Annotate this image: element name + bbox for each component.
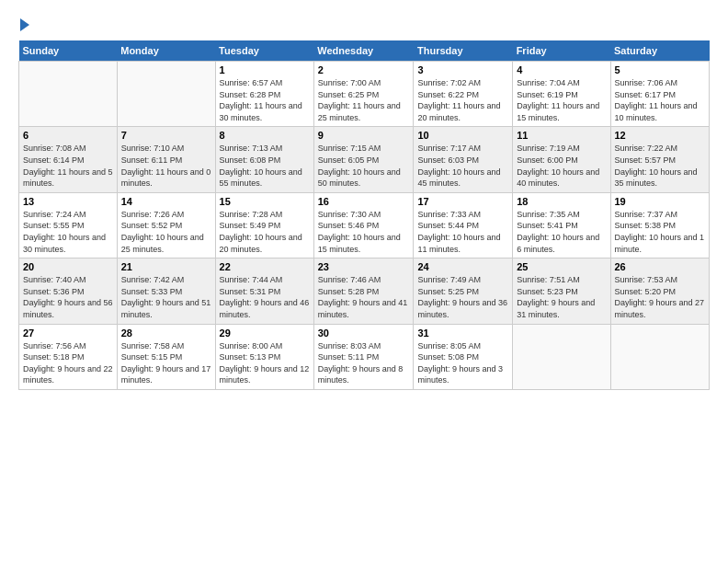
day-number: 27 — [23, 327, 113, 339]
calendar-cell: 7Sunrise: 7:10 AM Sunset: 6:11 PM Daylig… — [117, 127, 215, 192]
day-info: Sunrise: 7:53 AM Sunset: 5:20 PM Dayligh… — [615, 274, 706, 320]
day-number: 8 — [220, 130, 310, 141]
calendar-cell: 23Sunrise: 7:46 AM Sunset: 5:28 PM Dayli… — [313, 259, 414, 324]
calendar-cell — [513, 324, 610, 389]
day-number: 26 — [615, 261, 706, 272]
day-info: Sunrise: 7:44 AM Sunset: 5:31 PM Dayligh… — [220, 274, 310, 320]
day-info: Sunrise: 8:00 AM Sunset: 5:13 PM Dayligh… — [220, 340, 310, 386]
calendar-cell: 5Sunrise: 7:06 AM Sunset: 6:17 PM Daylig… — [610, 62, 710, 127]
logo-arrow-icon — [20, 18, 29, 31]
calendar-cell: 20Sunrise: 7:40 AM Sunset: 5:36 PM Dayli… — [19, 259, 118, 324]
day-header-tuesday: Tuesday — [215, 40, 313, 62]
day-info: Sunrise: 7:37 AM Sunset: 5:38 PM Dayligh… — [615, 209, 706, 255]
day-info: Sunrise: 7:00 AM Sunset: 6:25 PM Dayligh… — [318, 77, 410, 123]
day-number: 24 — [417, 261, 508, 272]
day-number: 16 — [318, 196, 410, 207]
day-info: Sunrise: 7:04 AM Sunset: 6:19 PM Dayligh… — [517, 77, 606, 123]
day-number: 4 — [517, 64, 606, 75]
calendar-cell: 11Sunrise: 7:19 AM Sunset: 6:00 PM Dayli… — [513, 127, 610, 192]
week-row-4: 20Sunrise: 7:40 AM Sunset: 5:36 PM Dayli… — [19, 259, 710, 324]
week-row-1: 1Sunrise: 6:57 AM Sunset: 6:28 PM Daylig… — [19, 62, 710, 127]
page-header — [18, 17, 710, 31]
calendar-cell: 16Sunrise: 7:30 AM Sunset: 5:46 PM Dayli… — [313, 192, 414, 258]
day-header-sunday: Sunday — [19, 40, 118, 62]
day-info: Sunrise: 7:15 AM Sunset: 6:05 PM Dayligh… — [318, 143, 410, 189]
day-info: Sunrise: 7:40 AM Sunset: 5:36 PM Dayligh… — [23, 274, 113, 320]
calendar-cell: 31Sunrise: 8:05 AM Sunset: 5:08 PM Dayli… — [414, 324, 513, 389]
day-info: Sunrise: 7:49 AM Sunset: 5:25 PM Dayligh… — [417, 274, 508, 320]
day-number: 15 — [220, 196, 310, 207]
day-info: Sunrise: 7:22 AM Sunset: 5:57 PM Dayligh… — [615, 143, 706, 189]
day-info: Sunrise: 7:19 AM Sunset: 6:00 PM Dayligh… — [517, 143, 606, 189]
day-number: 14 — [121, 196, 211, 207]
calendar-cell: 24Sunrise: 7:49 AM Sunset: 5:25 PM Dayli… — [414, 259, 513, 324]
day-number: 17 — [417, 196, 508, 207]
week-row-3: 13Sunrise: 7:24 AM Sunset: 5:55 PM Dayli… — [19, 192, 710, 258]
week-row-2: 6Sunrise: 7:08 AM Sunset: 6:14 PM Daylig… — [19, 127, 710, 192]
calendar-cell: 29Sunrise: 8:00 AM Sunset: 5:13 PM Dayli… — [215, 324, 313, 389]
day-info: Sunrise: 7:13 AM Sunset: 6:08 PM Dayligh… — [220, 143, 310, 189]
calendar-cell: 2Sunrise: 7:00 AM Sunset: 6:25 PM Daylig… — [313, 62, 414, 127]
day-number: 7 — [121, 130, 211, 141]
day-header-monday: Monday — [117, 40, 215, 62]
calendar-cell: 27Sunrise: 7:56 AM Sunset: 5:18 PM Dayli… — [19, 324, 118, 389]
calendar-cell: 4Sunrise: 7:04 AM Sunset: 6:19 PM Daylig… — [513, 62, 610, 127]
day-info: Sunrise: 7:26 AM Sunset: 5:52 PM Dayligh… — [121, 209, 211, 255]
calendar-cell — [117, 62, 215, 127]
day-info: Sunrise: 7:33 AM Sunset: 5:44 PM Dayligh… — [417, 209, 508, 255]
day-header-saturday: Saturday — [610, 40, 710, 62]
day-info: Sunrise: 7:28 AM Sunset: 5:49 PM Dayligh… — [220, 209, 310, 255]
day-number: 28 — [121, 327, 211, 339]
calendar-cell: 25Sunrise: 7:51 AM Sunset: 5:23 PM Dayli… — [513, 259, 610, 324]
day-number: 5 — [615, 64, 706, 75]
day-number: 13 — [23, 196, 113, 207]
calendar-cell: 1Sunrise: 6:57 AM Sunset: 6:28 PM Daylig… — [215, 62, 313, 127]
day-number: 10 — [417, 130, 508, 141]
day-number: 18 — [517, 196, 606, 207]
day-number: 31 — [417, 327, 508, 339]
day-info: Sunrise: 7:06 AM Sunset: 6:17 PM Dayligh… — [615, 77, 706, 123]
calendar-cell: 30Sunrise: 8:03 AM Sunset: 5:11 PM Dayli… — [313, 324, 414, 389]
day-number: 9 — [318, 130, 410, 141]
calendar-cell: 3Sunrise: 7:02 AM Sunset: 6:22 PM Daylig… — [414, 62, 513, 127]
day-info: Sunrise: 7:42 AM Sunset: 5:33 PM Dayligh… — [121, 274, 211, 320]
day-number: 12 — [615, 130, 706, 141]
calendar-cell: 21Sunrise: 7:42 AM Sunset: 5:33 PM Dayli… — [117, 259, 215, 324]
day-number: 23 — [318, 261, 410, 272]
calendar-cell: 13Sunrise: 7:24 AM Sunset: 5:55 PM Dayli… — [19, 192, 118, 258]
calendar-cell: 8Sunrise: 7:13 AM Sunset: 6:08 PM Daylig… — [215, 127, 313, 192]
header-row: SundayMondayTuesdayWednesdayThursdayFrid… — [19, 40, 710, 62]
day-info: Sunrise: 7:24 AM Sunset: 5:55 PM Dayligh… — [23, 209, 113, 255]
logo — [18, 17, 29, 31]
calendar-cell — [610, 324, 710, 389]
day-number: 19 — [615, 196, 706, 207]
day-header-friday: Friday — [513, 40, 610, 62]
day-info: Sunrise: 7:51 AM Sunset: 5:23 PM Dayligh… — [517, 274, 606, 320]
day-info: Sunrise: 7:10 AM Sunset: 6:11 PM Dayligh… — [121, 143, 211, 189]
calendar-cell — [19, 62, 118, 127]
day-number: 25 — [517, 261, 606, 272]
day-info: Sunrise: 7:46 AM Sunset: 5:28 PM Dayligh… — [318, 274, 410, 320]
day-info: Sunrise: 7:08 AM Sunset: 6:14 PM Dayligh… — [23, 143, 113, 189]
day-info: Sunrise: 7:17 AM Sunset: 6:03 PM Dayligh… — [417, 143, 508, 189]
calendar-cell: 9Sunrise: 7:15 AM Sunset: 6:05 PM Daylig… — [313, 127, 414, 192]
day-info: Sunrise: 8:05 AM Sunset: 5:08 PM Dayligh… — [417, 340, 508, 386]
day-number: 2 — [318, 64, 410, 75]
day-number: 30 — [318, 327, 410, 339]
day-info: Sunrise: 8:03 AM Sunset: 5:11 PM Dayligh… — [318, 340, 410, 386]
calendar-cell: 10Sunrise: 7:17 AM Sunset: 6:03 PM Dayli… — [414, 127, 513, 192]
calendar-cell: 12Sunrise: 7:22 AM Sunset: 5:57 PM Dayli… — [610, 127, 710, 192]
calendar-cell: 26Sunrise: 7:53 AM Sunset: 5:20 PM Dayli… — [610, 259, 710, 324]
day-info: Sunrise: 7:02 AM Sunset: 6:22 PM Dayligh… — [417, 77, 508, 123]
calendar-cell: 17Sunrise: 7:33 AM Sunset: 5:44 PM Dayli… — [414, 192, 513, 258]
day-number: 6 — [23, 130, 113, 141]
day-header-thursday: Thursday — [414, 40, 513, 62]
calendar-cell: 28Sunrise: 7:58 AM Sunset: 5:15 PM Dayli… — [117, 324, 215, 389]
day-info: Sunrise: 7:58 AM Sunset: 5:15 PM Dayligh… — [121, 340, 211, 386]
day-info: Sunrise: 7:30 AM Sunset: 5:46 PM Dayligh… — [318, 209, 410, 255]
calendar-cell: 6Sunrise: 7:08 AM Sunset: 6:14 PM Daylig… — [19, 127, 118, 192]
week-row-5: 27Sunrise: 7:56 AM Sunset: 5:18 PM Dayli… — [19, 324, 710, 389]
calendar-cell: 14Sunrise: 7:26 AM Sunset: 5:52 PM Dayli… — [117, 192, 215, 258]
calendar-table: SundayMondayTuesdayWednesdayThursdayFrid… — [18, 40, 710, 390]
day-info: Sunrise: 7:56 AM Sunset: 5:18 PM Dayligh… — [23, 340, 113, 386]
